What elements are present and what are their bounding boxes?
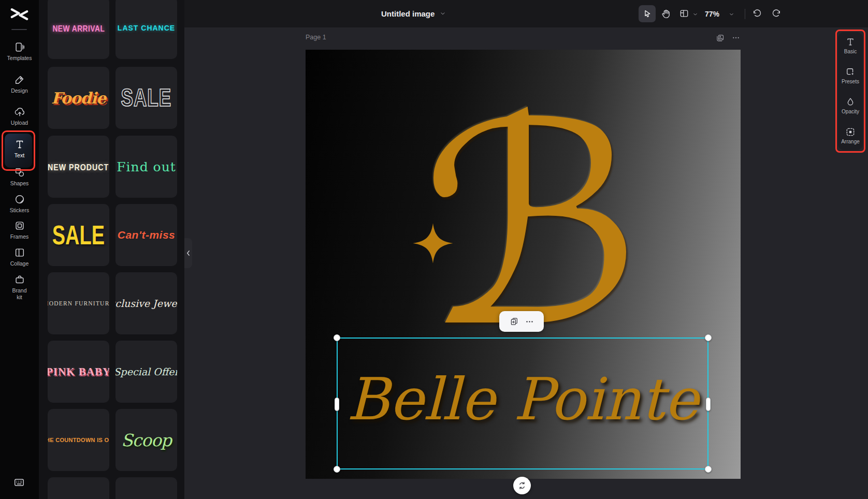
text-template-tile[interactable]: NEW ARRIVAL <box>48 0 109 59</box>
panel-item-label: Opacity <box>838 109 863 115</box>
sidebar-item-text[interactable]: Text <box>0 139 39 159</box>
redo-button[interactable] <box>770 7 783 20</box>
opacity-droplet-icon <box>845 97 856 107</box>
panel-item-label: Presets <box>838 79 863 85</box>
sidebar-item-design[interactable]: Design <box>0 74 39 94</box>
sidebar-label: Collage <box>5 260 35 267</box>
element-more-options-button[interactable] <box>525 317 534 326</box>
undo-button[interactable] <box>750 7 764 20</box>
sidebar-label: Templates <box>5 55 35 62</box>
duplicate-element-button[interactable] <box>510 317 519 326</box>
text-template-tile[interactable]: SALE <box>115 67 177 129</box>
selection-handle-top-right[interactable] <box>705 334 712 341</box>
panel-item-basic[interactable]: Basic <box>838 37 863 55</box>
template-text: Can't-miss <box>118 229 176 241</box>
ellipsis-icon <box>525 317 534 326</box>
selection-floating-toolbar <box>499 311 544 332</box>
selection-handle-bottom-left[interactable] <box>334 466 340 473</box>
template-text: LAST CHANCE <box>118 24 175 32</box>
template-text: NEW ARRIVAL <box>52 23 105 33</box>
sidebar-label: Frames <box>5 233 35 240</box>
template-text: PINK BABY <box>48 365 109 378</box>
text-templates-panel: NEW ARRIVAL LAST CHANCE Foodie SALE NEW … <box>39 0 184 499</box>
stickers-icon <box>14 194 25 205</box>
chevron-down-icon <box>692 11 698 17</box>
arrange-icon <box>845 127 856 137</box>
text-template-tile[interactable] <box>48 477 109 499</box>
sidebar-item-collage[interactable]: Collage <box>0 247 39 267</box>
text-template-tile[interactable]: Can't-miss <box>115 204 177 266</box>
zoom-level[interactable]: 77% <box>705 10 719 18</box>
hand-tool-button[interactable] <box>659 7 672 20</box>
basic-text-icon <box>845 37 856 47</box>
sidebar-item-frames[interactable]: Frames <box>0 220 39 240</box>
sidebar-item-brand-kit[interactable]: Brand kit <box>0 274 39 301</box>
sidebar-label: Stickers <box>5 207 35 214</box>
document-title: Untitled image <box>381 9 435 18</box>
design-canvas[interactable]: ℬ Belle Pointe <box>306 50 741 479</box>
image-copy-icon <box>716 34 725 42</box>
sidebar-label: Text <box>5 152 35 159</box>
upload-icon <box>14 106 25 118</box>
layout-icon <box>679 8 689 19</box>
duplicate-page-button[interactable] <box>714 32 726 43</box>
text-template-tile[interactable]: Special Offer <box>115 341 177 403</box>
chevron-left-icon <box>186 250 191 256</box>
rotate-handle[interactable] <box>513 477 531 494</box>
text-template-tile[interactable]: PINK BABY <box>48 341 109 403</box>
top-toolbar: Untitled image 77% <box>184 0 868 27</box>
rotate-icon <box>517 481 527 490</box>
shapes-icon <box>14 167 25 178</box>
template-text: Special Offer <box>115 366 177 377</box>
capcut-editor: Templates Design Upload Text Sh <box>0 0 868 499</box>
select-tool-button[interactable] <box>639 5 656 22</box>
redo-icon <box>771 8 782 19</box>
selection-handle-middle-left[interactable] <box>335 398 339 411</box>
panel-item-opacity[interactable]: Opacity <box>838 97 863 115</box>
sidebar-item-upload[interactable]: Upload <box>0 106 39 126</box>
document-title-menu[interactable]: Untitled image <box>381 7 446 20</box>
text-template-tile[interactable]: Find out <box>115 136 177 198</box>
text-template-tile[interactable] <box>115 477 177 499</box>
keyboard-shortcuts-button[interactable] <box>13 477 25 488</box>
zoom-chevron-button[interactable] <box>727 10 735 18</box>
layout-tool-button[interactable] <box>677 7 691 20</box>
page-more-options-button[interactable] <box>730 32 742 43</box>
panel-item-arrange[interactable]: Arrange <box>838 127 863 145</box>
text-template-tile[interactable]: SALE <box>48 204 109 266</box>
cursor-icon <box>642 9 652 19</box>
panel-item-label: Arrange <box>838 139 863 145</box>
chevron-down-icon <box>440 10 446 17</box>
text-template-tile[interactable]: MODERN FURNITURE <box>48 272 109 334</box>
template-text: Find out <box>117 159 176 174</box>
toolbar-divider <box>745 9 745 19</box>
presets-icon <box>845 67 856 77</box>
selection-handle-middle-right[interactable] <box>706 398 711 411</box>
panel-collapse-tab[interactable] <box>184 238 192 268</box>
ellipsis-icon <box>732 34 740 42</box>
template-text: Scoop <box>121 430 171 450</box>
text-template-tile[interactable]: Scoop <box>115 409 177 471</box>
selection-handle-top-left[interactable] <box>334 334 340 341</box>
text-template-tile[interactable]: Foodie <box>48 67 109 129</box>
template-text: SALE <box>52 220 105 251</box>
frames-icon <box>14 220 25 231</box>
text-template-tile[interactable]: LAST CHANCE <box>115 0 177 59</box>
keyboard-icon <box>13 477 25 488</box>
rail-divider <box>11 29 27 30</box>
text-template-tile[interactable]: THE COUNTDOWN IS ON. <box>48 409 109 471</box>
selection-handle-bottom-right[interactable] <box>705 466 712 473</box>
text-template-tile[interactable]: Exclusive Jewelry <box>115 272 177 334</box>
sparkle-flourish <box>412 219 454 267</box>
sidebar-item-shapes[interactable]: Shapes <box>0 167 39 187</box>
sidebar-item-templates[interactable]: Templates <box>0 41 39 62</box>
panel-item-label: Basic <box>838 49 863 55</box>
capcut-logo[interactable] <box>10 7 28 21</box>
text-properties-rail: Basic Presets Opacity Arrange <box>838 32 863 150</box>
panel-item-presets[interactable]: Presets <box>838 67 863 85</box>
design-icon <box>14 74 25 85</box>
templates-icon <box>14 41 25 53</box>
layout-chevron-button[interactable] <box>691 10 699 18</box>
text-template-tile[interactable]: NEW PRODUCT <box>48 136 109 198</box>
sidebar-item-stickers[interactable]: Stickers <box>0 194 39 214</box>
